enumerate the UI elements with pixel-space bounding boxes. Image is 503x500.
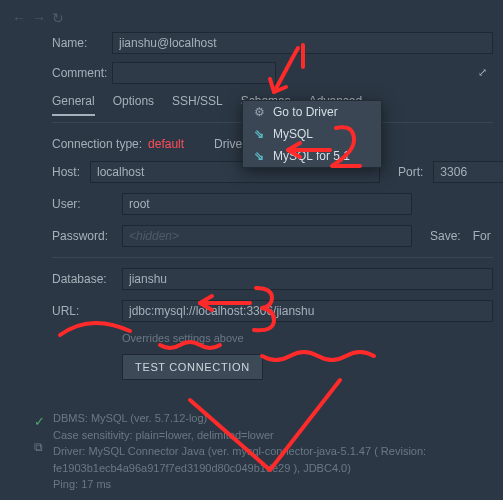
driver-glyph-icon: ⇘	[253, 149, 265, 163]
menu-go-to-driver[interactable]: ⚙ Go to Driver	[243, 101, 381, 123]
menu-go-label: Go to Driver	[273, 105, 338, 119]
copy-icon[interactable]: ⧉	[34, 438, 45, 456]
password-label: Password:	[52, 229, 112, 243]
port-label: Port:	[398, 165, 423, 179]
back-arrow-icon[interactable]: ←	[12, 10, 26, 26]
data-source-form: Name: Comment: ⤢ General Options SSH/SSL…	[0, 32, 503, 400]
comment-label: Comment:	[52, 66, 102, 80]
menu-mysql[interactable]: ⇘ MySQL	[243, 123, 381, 145]
status-case: Case sensitivity: plain=lower, delimited…	[53, 427, 483, 444]
comment-input[interactable]	[112, 62, 276, 84]
menu-mysql51-label: MySQL for 5.1	[273, 149, 350, 163]
connection-type-label: Connection type:	[52, 137, 142, 151]
nav-arrows: ← → ↻	[0, 0, 503, 32]
mid-separator	[52, 257, 493, 258]
save-label: Save:	[430, 229, 461, 243]
url-override-note: Overrides settings above	[122, 332, 493, 344]
tab-options[interactable]: Options	[113, 94, 154, 116]
user-label: User:	[52, 197, 112, 211]
url-label: URL:	[52, 304, 112, 318]
driver-context-menu[interactable]: ⚙ Go to Driver ⇘ MySQL ⇘ MySQL for 5.1	[242, 100, 382, 168]
host-label: Host:	[52, 165, 80, 179]
connection-status: ✓ ⧉ DBMS: MySQL (ver. 5.7.12-log) Case s…	[34, 410, 503, 493]
menu-mysql51[interactable]: ⇘ MySQL for 5.1	[243, 145, 381, 167]
name-label: Name:	[52, 36, 102, 50]
user-input[interactable]	[122, 193, 412, 215]
gear-icon: ⚙	[253, 105, 265, 119]
menu-mysql-label: MySQL	[273, 127, 313, 141]
refresh-icon[interactable]: ↻	[52, 10, 64, 26]
name-input[interactable]	[112, 32, 493, 54]
check-icon: ✓	[34, 412, 45, 432]
connection-type-value[interactable]: default	[148, 137, 184, 151]
database-label: Database:	[52, 272, 112, 286]
tab-general[interactable]: General	[52, 94, 95, 116]
driver-glyph-icon: ⇘	[253, 127, 265, 141]
database-input[interactable]	[122, 268, 493, 290]
port-input[interactable]	[433, 161, 503, 183]
status-dbms: DBMS: MySQL (ver. 5.7.12-log)	[53, 410, 483, 427]
password-input[interactable]: <hidden>	[122, 225, 412, 247]
status-ping: Ping: 17 ms	[53, 476, 483, 493]
expand-icon[interactable]: ⤢	[478, 66, 487, 79]
tab-sshssl[interactable]: SSH/SSL	[172, 94, 223, 116]
url-input[interactable]	[122, 300, 493, 322]
status-driver: Driver: MySQL Connector Java (ver. mysql…	[53, 443, 483, 476]
save-value[interactable]: For	[473, 229, 491, 243]
test-connection-button[interactable]: TEST CONNECTION	[122, 354, 263, 380]
forward-arrow-icon[interactable]: →	[32, 10, 46, 26]
